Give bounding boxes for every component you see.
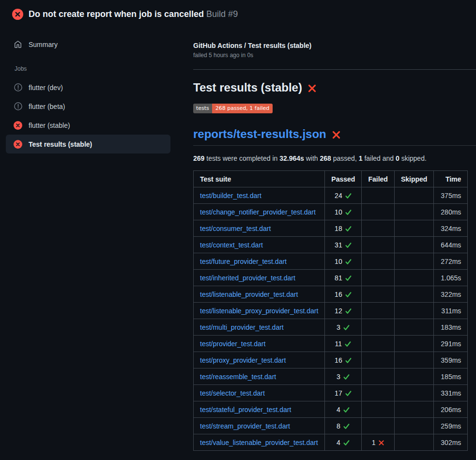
test-suite-link[interactable]: test/context_test.dart [200, 241, 263, 249]
stat-value: 31 [335, 240, 342, 250]
stat-value: 1 [372, 438, 376, 447]
alert-circle-icon [14, 83, 22, 92]
run-header: Do not create report when job is cancell… [0, 0, 476, 26]
test-suite-link[interactable]: test/inherited_provider_test.dart [200, 274, 295, 282]
test-suite-link[interactable]: test/proxy_provider_test.dart [200, 356, 286, 364]
stat-value: 12 [335, 306, 342, 316]
check-icon [345, 192, 352, 199]
suite-cell: test/builder_test.dart [194, 187, 325, 204]
stat-value: 3 [337, 372, 340, 382]
table-row: test/stream_provider_test.dart 8 259ms [194, 418, 468, 434]
failed-cell [362, 253, 394, 270]
check-icon [345, 275, 352, 282]
skipped-cell [394, 401, 433, 418]
report-file-link[interactable]: reports/test-results.json [193, 126, 326, 142]
suite-cell: test/value_listenable_provider_test.dart [194, 434, 325, 451]
stat-value: 10 [335, 257, 342, 266]
check-icon [345, 357, 352, 364]
tests-summary-sentence: 269 tests were completed in 32.964s with… [193, 153, 476, 163]
failed-cell [362, 336, 394, 352]
skipped-cell [394, 303, 433, 319]
test-suite-link[interactable]: test/change_notifier_provider_test.dart [200, 208, 316, 216]
test-suite-link[interactable]: test/value_listenable_provider_test.dart [200, 439, 318, 446]
suite-cell: test/selector_test.dart [194, 385, 325, 401]
column-header-failed: Failed [362, 171, 394, 187]
table-row: test/reassemble_test.dart 3 185ms [194, 368, 468, 385]
failed-cell [362, 237, 394, 253]
skipped-cell [394, 385, 433, 401]
stat-value: 81 [335, 273, 342, 283]
cross-mark-icon [332, 130, 341, 139]
time-cell: 183ms [434, 319, 468, 336]
failed-cell [362, 220, 394, 237]
suite-cell: test/proxy_provider_test.dart [194, 352, 325, 368]
skipped-cell [394, 187, 433, 204]
failed-cell [362, 187, 394, 204]
suite-cell: test/future_provider_test.dart [194, 253, 325, 270]
test-suite-link[interactable]: test/stateful_provider_test.dart [200, 406, 291, 414]
jobs-section-label: Jobs [15, 65, 182, 72]
duration-value: 32.964s [279, 154, 304, 162]
test-suite-link[interactable]: test/consumer_test.dart [200, 225, 271, 232]
sidebar-item-label: flutter (beta) [29, 103, 65, 110]
test-suite-link[interactable]: test/reassemble_test.dart [200, 373, 276, 381]
test-suite-link[interactable]: test/listenable_proxy_provider_test.dart [200, 307, 318, 315]
x-circle-icon [14, 121, 22, 130]
time-cell: 302ms [434, 434, 468, 451]
check-icon [345, 225, 352, 232]
suite-cell: test/inherited_provider_test.dart [194, 270, 325, 286]
check-icon [343, 439, 350, 446]
sidebar-item-job-flutter-beta[interactable]: flutter (beta) [6, 97, 170, 116]
passed-cell: 12 [325, 303, 362, 319]
failed-cell [362, 352, 394, 368]
breadcrumb: GitHub Actions / Test results (stable) [193, 41, 476, 50]
test-suite-link[interactable]: test/listenable_provider_test.dart [200, 291, 298, 298]
skipped-count: 0 [396, 154, 399, 162]
test-suite-link[interactable]: test/selector_test.dart [200, 389, 265, 397]
skipped-cell [394, 418, 433, 434]
time-cell: 206ms [434, 401, 468, 418]
table-row: test/context_test.dart 31 644ms [194, 237, 468, 253]
time-cell: 311ms [434, 303, 468, 319]
stat-value: 3 [337, 322, 340, 332]
passed-cell: 10 [325, 253, 362, 270]
failed-cell [362, 418, 394, 434]
table-row: test/selector_test.dart 17 331ms [194, 385, 468, 401]
table-row: test/change_notifier_provider_test.dart … [194, 204, 468, 220]
check-icon [345, 209, 352, 216]
stat-value: 10 [335, 207, 342, 217]
passed-cell: 8 [325, 418, 362, 434]
sidebar-item-summary[interactable]: Summary [6, 36, 170, 53]
test-suite-link[interactable]: test/future_provider_test.dart [200, 258, 287, 265]
table-header-row: Test suite Passed Failed Skipped Time [194, 171, 468, 187]
results-table-body: test/builder_test.dart 24 375ms test/cha… [194, 187, 468, 451]
stat-value: 4 [337, 405, 340, 414]
section-title-text: Test results (stable) [193, 80, 302, 95]
suite-cell: test/listenable_proxy_provider_test.dart [194, 303, 325, 319]
test-suite-link[interactable]: test/builder_test.dart [200, 192, 261, 199]
sidebar-item-job-test-results-stable[interactable]: Test results (stable) [6, 135, 170, 153]
table-row: test/multi_provider_test.dart 3 183ms [194, 319, 468, 336]
time-cell: 324ms [434, 220, 468, 237]
check-icon [345, 258, 352, 265]
sidebar-item-job-flutter-stable[interactable]: flutter (stable) [6, 116, 170, 135]
test-suite-link[interactable]: test/stream_provider_test.dart [200, 422, 290, 430]
sidebar: Summary Jobs flutter (dev) [0, 26, 182, 153]
passed-cell: 24 [325, 187, 362, 204]
stat-value: 16 [335, 355, 342, 365]
passed-cell: 31 [325, 237, 362, 253]
suite-cell: test/provider_test.dart [194, 336, 325, 352]
sidebar-item-job-flutter-dev[interactable]: flutter (dev) [6, 78, 170, 97]
passed-cell: 4 [325, 401, 362, 418]
failed-cell [362, 401, 394, 418]
skipped-cell [394, 434, 433, 451]
failed-cell: 1 [362, 434, 394, 451]
test-suite-link[interactable]: test/provider_test.dart [200, 340, 265, 348]
cross-mark-icon [307, 84, 317, 93]
passed-cell: 18 [325, 220, 362, 237]
check-icon [343, 423, 350, 430]
sidebar-item-label: Test results (stable) [29, 140, 92, 148]
table-row: test/proxy_provider_test.dart 16 359ms [194, 352, 468, 368]
test-suite-link[interactable]: test/multi_provider_test.dart [200, 323, 284, 331]
run-layout: Summary Jobs flutter (dev) [0, 26, 476, 451]
